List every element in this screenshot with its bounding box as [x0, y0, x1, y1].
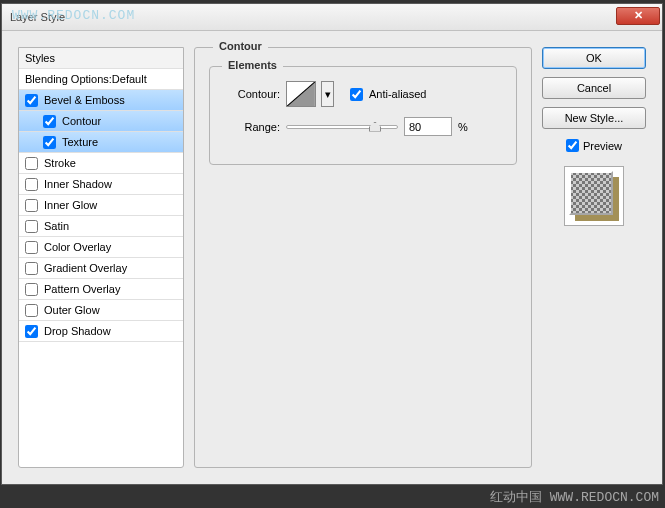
styles-item-label: Inner Shadow: [44, 178, 112, 190]
styles-item[interactable]: Texture: [19, 132, 183, 153]
styles-item-label: Contour: [62, 115, 101, 127]
styles-item-checkbox[interactable]: [25, 220, 38, 233]
anti-aliased-checkbox[interactable]: [350, 88, 363, 101]
blending-options-row[interactable]: Blending Options:Default: [19, 69, 183, 90]
styles-item[interactable]: Inner Glow: [19, 195, 183, 216]
range-slider-thumb[interactable]: [369, 122, 381, 132]
layer-style-dialog: Layer Style ✕ Styles Blending Options:De…: [1, 3, 663, 485]
range-slider[interactable]: [286, 125, 398, 129]
styles-item[interactable]: Bevel & Emboss: [19, 90, 183, 111]
blending-options-label: Blending Options:Default: [25, 73, 147, 85]
contour-row: Contour: ▾ Anti-aliased: [224, 81, 502, 107]
contour-dropdown[interactable]: ▾: [321, 81, 334, 107]
styles-item-checkbox[interactable]: [43, 115, 56, 128]
styles-item-checkbox[interactable]: [43, 136, 56, 149]
styles-item-label: Bevel & Emboss: [44, 94, 125, 106]
cancel-button[interactable]: Cancel: [542, 77, 646, 99]
styles-item[interactable]: Inner Shadow: [19, 174, 183, 195]
styles-item-checkbox[interactable]: [25, 304, 38, 317]
styles-item[interactable]: Satin: [19, 216, 183, 237]
preview-thumbnail: [564, 166, 624, 226]
contour-picker[interactable]: [286, 81, 316, 107]
styles-item-checkbox[interactable]: [25, 241, 38, 254]
panel-title: Contour: [213, 40, 268, 52]
styles-item-label: Outer Glow: [44, 304, 100, 316]
styles-item[interactable]: Outer Glow: [19, 300, 183, 321]
elements-fieldset: Elements Contour: ▾ Anti-aliased: [209, 66, 517, 165]
range-input[interactable]: [404, 117, 452, 136]
styles-item-checkbox[interactable]: [25, 283, 38, 296]
styles-item-checkbox[interactable]: [25, 325, 38, 338]
new-style-button[interactable]: New Style...: [542, 107, 646, 129]
close-icon: ✕: [634, 9, 643, 22]
styles-item-label: Drop Shadow: [44, 325, 111, 337]
window-title: Layer Style: [10, 11, 616, 23]
styles-item-label: Color Overlay: [44, 241, 111, 253]
styles-item-checkbox[interactable]: [25, 262, 38, 275]
settings-panel: Contour Elements Contour: ▾: [194, 47, 532, 468]
range-unit: %: [458, 121, 468, 133]
styles-item-checkbox[interactable]: [25, 157, 38, 170]
ok-button[interactable]: OK: [542, 47, 646, 69]
anti-aliased-label: Anti-aliased: [369, 88, 426, 100]
range-row: Range: %: [224, 117, 502, 136]
chevron-down-icon: ▾: [325, 88, 331, 101]
contour-label: Contour:: [224, 88, 280, 100]
close-button[interactable]: ✕: [616, 7, 660, 25]
styles-item-label: Stroke: [44, 157, 76, 169]
preview-row: Preview: [542, 139, 646, 152]
watermark-bottom: 红动中国 WWW.REDOCN.COM: [490, 488, 659, 506]
range-label: Range:: [224, 121, 280, 133]
styles-item[interactable]: Color Overlay: [19, 237, 183, 258]
elements-title: Elements: [222, 59, 283, 71]
styles-item-label: Pattern Overlay: [44, 283, 120, 295]
styles-label: Styles: [25, 52, 55, 64]
right-panel: OK Cancel New Style... Preview: [542, 47, 646, 468]
styles-item[interactable]: Pattern Overlay: [19, 279, 183, 300]
titlebar[interactable]: Layer Style ✕: [2, 4, 662, 31]
styles-item-checkbox[interactable]: [25, 199, 38, 212]
preview-label: Preview: [583, 140, 622, 152]
styles-item[interactable]: Stroke: [19, 153, 183, 174]
styles-item[interactable]: Contour: [19, 111, 183, 132]
styles-item[interactable]: Drop Shadow: [19, 321, 183, 342]
styles-item-label: Texture: [62, 136, 98, 148]
styles-item-checkbox[interactable]: [25, 94, 38, 107]
styles-panel: Styles Blending Options:Default Bevel & …: [18, 47, 184, 468]
contour-curve-icon: [287, 82, 315, 106]
styles-item[interactable]: Gradient Overlay: [19, 258, 183, 279]
preview-checkbox[interactable]: [566, 139, 579, 152]
styles-item-label: Satin: [44, 220, 69, 232]
styles-item-label: Gradient Overlay: [44, 262, 127, 274]
styles-item-label: Inner Glow: [44, 199, 97, 211]
styles-header[interactable]: Styles: [19, 48, 183, 69]
styles-item-checkbox[interactable]: [25, 178, 38, 191]
